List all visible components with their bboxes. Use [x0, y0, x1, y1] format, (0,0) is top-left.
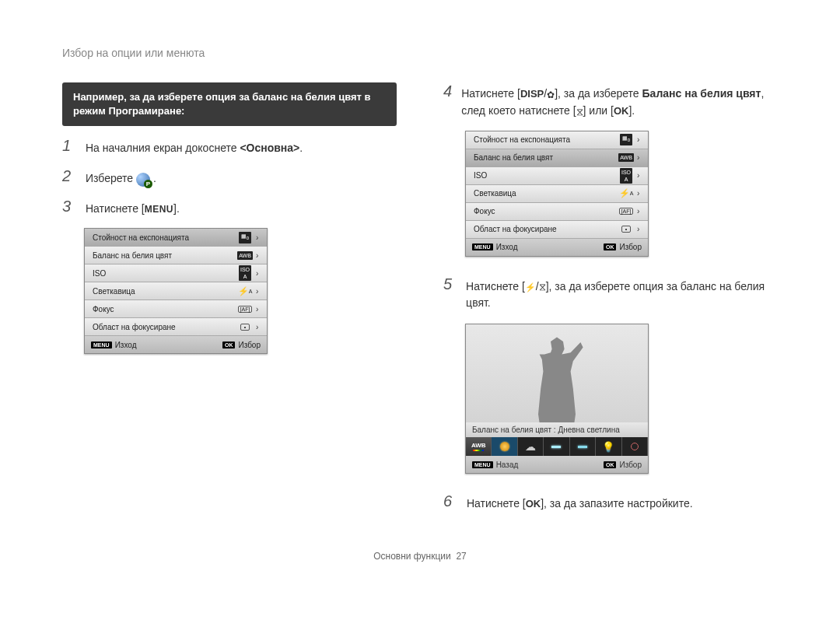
menu-row-focus-area: Област на фокусиране • › — [466, 221, 648, 239]
step-number: 1 — [62, 137, 78, 155]
wb-label-value: Дневна светлина — [558, 426, 619, 434]
menu-label: Баланс на белия цвят — [474, 153, 615, 162]
step-number: 6 — [443, 492, 459, 510]
menu-label: ISO — [93, 269, 234, 278]
ok-label-icon: OK — [614, 105, 629, 117]
menu-label: Фокус — [474, 207, 615, 215]
right-column: 4 Натиснете [DISP/], за да изберете Бала… — [443, 82, 778, 512]
ok-badge-icon: OK — [604, 243, 617, 250]
menu-row-focus: Фокус [AF] › — [85, 300, 267, 318]
chevron-right-icon: › — [256, 287, 264, 296]
step-4-bold: Баланс на белия цвят — [642, 87, 761, 100]
flash-icon — [525, 278, 536, 295]
ok-label-icon: OK — [526, 498, 541, 510]
menu-badge-icon: MENU — [91, 342, 112, 349]
camera-menu-screenshot-2: Стойност на експонацията ▦0 › Баланс на … — [465, 131, 649, 257]
menu-label: Стойност на експонацията — [93, 233, 234, 242]
step-number: 3 — [62, 198, 78, 215]
wb-options-row: AWB ☁ 💡 — [466, 437, 648, 456]
program-mode-icon — [136, 173, 150, 187]
ok-badge-icon: OK — [604, 461, 617, 468]
left-column: Например, за да изберете опция за баланс… — [62, 82, 397, 512]
step-2-text-a: Изберете — [86, 172, 136, 184]
chevron-right-icon: › — [256, 233, 264, 242]
step-number: 4 — [443, 82, 453, 100]
footer-select-label: Избор — [619, 461, 642, 469]
chevron-right-icon: › — [256, 323, 264, 331]
menu-label: ISO — [474, 171, 615, 180]
menu-footer: MENUИзход OKИзбор — [85, 336, 267, 353]
preview-footer: MENUНазад OKИзбор — [466, 456, 648, 473]
wb-auto-icon: AWB — [618, 153, 634, 162]
menu-row-flash: Светкавица A › — [466, 185, 648, 203]
step-4-text-b: ], за да изберете — [555, 87, 642, 100]
wb-awb-icon: AWB — [466, 437, 492, 456]
wb-tungsten-icon: 💡 — [596, 437, 621, 456]
iso-auto-icon: ISOA — [620, 168, 632, 184]
step-1-text-a: На началния екран докоснете — [86, 142, 240, 154]
chevron-right-icon: › — [637, 135, 645, 144]
camera-menu-screenshot-1: Стойност на експонацията ▦0 › Баланс на … — [84, 228, 268, 354]
step-4-text-e: ]. — [628, 104, 635, 117]
menu-row-focus-area: Област на фокусиране • › — [85, 318, 267, 336]
timer-icon — [539, 278, 546, 295]
menu-label: Фокус — [93, 305, 234, 313]
wb-label-prefix: Баланс на белия цвят : — [472, 426, 558, 434]
step-2-text-b: . — [153, 172, 156, 184]
footer-page-number: 27 — [456, 551, 466, 562]
footer-exit-label: Изход — [496, 243, 518, 251]
menu-row-wb: Баланс на белия цвят AWB › — [85, 247, 267, 264]
step-6-text-b: ], за да запазите настройките. — [541, 497, 692, 510]
menu-label: Светкавица — [474, 189, 615, 198]
footer-exit-label: Изход — [115, 341, 137, 349]
af-icon: [AF] — [615, 208, 637, 215]
step-4: 4 Натиснете [DISP/], за да изберете Бала… — [443, 82, 778, 120]
menu-label: Област на фокусиране — [474, 225, 615, 233]
menu-row-iso: ISO ISOA › — [466, 167, 648, 185]
page-footer: Основни функции 27 — [62, 551, 778, 562]
focus-area-icon: • — [615, 226, 637, 233]
menu-label: Баланс на белия цвят — [93, 251, 234, 260]
wb-fluorescent-l-icon — [570, 437, 596, 456]
preview-image-area — [466, 324, 648, 422]
footer-section-label: Основни функции — [373, 551, 451, 562]
step-5-text-a: Натиснете [ — [466, 280, 525, 292]
step-5: 5 Натиснете [/], за да изберете опция за… — [443, 275, 778, 312]
menu-badge-icon: MENU — [472, 461, 493, 468]
wb-custom-icon — [622, 437, 648, 456]
ok-badge-icon: OK — [222, 342, 236, 349]
chevron-right-icon: › — [256, 251, 264, 260]
chevron-right-icon: › — [637, 153, 645, 162]
menu-row-exposure: Стойност на експонацията ▦0 › — [85, 229, 267, 247]
menu-label: Област на фокусиране — [93, 323, 234, 331]
wb-daylight-icon — [492, 437, 517, 456]
menu-row-focus: Фокус [AF] › — [466, 203, 648, 221]
wb-fluorescent-h-icon — [544, 437, 569, 456]
step-6: 6 Натиснете [OK], за да запазите настрой… — [443, 492, 778, 512]
step-6-text-a: Натиснете [ — [467, 497, 526, 510]
exposure-icon: ▦0 — [620, 134, 632, 145]
step-2: 2 Изберете . — [62, 167, 397, 187]
menu-row-iso: ISO ISOA › — [85, 264, 267, 282]
menu-row-wb-selected: Баланс на белия цвят AWB › — [466, 149, 648, 167]
step-3-text-a: Натиснете [ — [86, 202, 145, 215]
footer-select-label: Избор — [619, 243, 642, 251]
footer-select-label: Избор — [238, 341, 261, 349]
camera-preview-screenshot: Баланс на белия цвят : Дневна светлина A… — [465, 324, 649, 474]
chevron-right-icon: › — [637, 171, 645, 180]
macro-flower-icon — [547, 86, 555, 103]
menu-row-exposure: Стойност на експонацията ▦0 › — [466, 131, 648, 149]
menu-label-icon: MENU — [145, 204, 173, 215]
step-1: 1 На началния екран докоснете <Основна>. — [62, 137, 397, 156]
step-4-text-d: ] или [ — [583, 104, 614, 117]
menu-label: Стойност на експонацията — [474, 135, 615, 144]
step-1-bold: <Основна> — [240, 142, 299, 154]
af-icon: [AF] — [234, 306, 256, 313]
menu-row-flash: Светкавица A › — [85, 282, 267, 300]
chevron-right-icon: › — [256, 305, 264, 313]
wb-auto-icon: AWB — [237, 251, 253, 260]
page-header: Избор на опции или менюта — [62, 47, 778, 59]
wb-cloudy-icon: ☁ — [518, 437, 544, 456]
menu-badge-icon: MENU — [472, 243, 493, 250]
wb-value-label: Баланс на белия цвят : Дневна светлина — [466, 422, 648, 437]
